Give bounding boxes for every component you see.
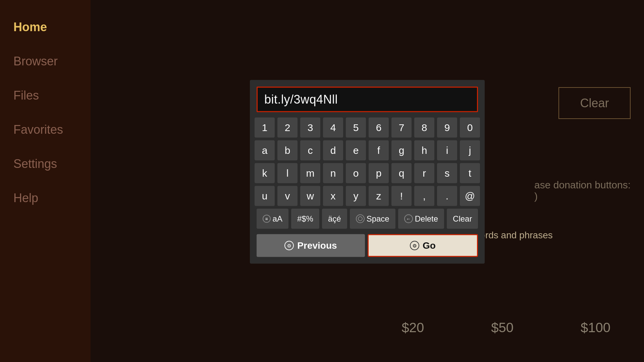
key-z[interactable]: z	[369, 186, 389, 206]
key-t[interactable]: t	[460, 163, 480, 183]
donation-amounts: $20 $50 $100	[91, 320, 644, 335]
key-j[interactable]: j	[460, 140, 480, 161]
amount-20: $20	[402, 320, 424, 335]
key-row-special: ≡ aA #$% äçé Space ← Delete Clear	[257, 209, 478, 229]
key-period[interactable]: .	[437, 186, 457, 206]
key-5[interactable]: 5	[346, 118, 366, 138]
key-s[interactable]: s	[437, 163, 457, 183]
key-comma[interactable]: ,	[414, 186, 434, 206]
key-g[interactable]: g	[391, 140, 412, 161]
key-exclaim[interactable]: !	[391, 186, 412, 206]
key-n[interactable]: n	[323, 163, 343, 183]
key-p[interactable]: p	[369, 163, 389, 183]
key-m[interactable]: m	[300, 163, 320, 183]
amount-50: $50	[491, 320, 514, 335]
key-l[interactable]: l	[277, 163, 298, 183]
key-x[interactable]: x	[323, 186, 343, 206]
sidebar-item-files[interactable]: Files	[13, 88, 77, 103]
key-v[interactable]: v	[277, 186, 298, 206]
key-7[interactable]: 7	[391, 118, 412, 138]
key-h[interactable]: h	[414, 140, 434, 161]
key-k[interactable]: k	[255, 163, 275, 183]
donation-text: ase donation buttons: )	[534, 179, 631, 202]
key-0[interactable]: 0	[460, 118, 480, 138]
key-e[interactable]: e	[346, 140, 366, 161]
previous-button[interactable]: ⊙ Previous	[257, 234, 365, 257]
key-row-numbers: 1 2 3 4 5 6 7 8 9 0	[257, 118, 478, 138]
key-c[interactable]: c	[300, 140, 320, 161]
sidebar-item-help[interactable]: Help	[13, 191, 77, 205]
sidebar-item-settings[interactable]: Settings	[13, 157, 77, 171]
clear-box: Clear	[558, 87, 631, 119]
key-w[interactable]: w	[300, 186, 320, 206]
go-icon: ⊙	[410, 241, 419, 250]
key-a[interactable]: a	[255, 140, 275, 161]
amount-100: $100	[581, 320, 610, 335]
sidebar-item-favorites[interactable]: Favorites	[13, 123, 77, 137]
key-2[interactable]: 2	[277, 118, 298, 138]
sidebar-item-browser[interactable]: Browser	[13, 54, 77, 68]
go-button[interactable]: ⊙ Go	[368, 234, 478, 257]
key-b[interactable]: b	[277, 140, 298, 161]
key-1[interactable]: 1	[255, 118, 275, 138]
key-q[interactable]: q	[391, 163, 412, 183]
clear-label: Clear	[580, 96, 609, 110]
key-8[interactable]: 8	[414, 118, 434, 138]
key-row-k-t: k l m n o p q r s t	[257, 163, 478, 183]
sidebar: Home Browser Files Favorites Settings He…	[0, 0, 91, 362]
key-o[interactable]: o	[346, 163, 366, 183]
key-row-u-at: u v w x y z ! , . @	[257, 186, 478, 206]
key-3[interactable]: 3	[300, 118, 320, 138]
key-r[interactable]: r	[414, 163, 434, 183]
key-f[interactable]: f	[369, 140, 389, 161]
keyboard: 1 2 3 4 5 6 7 8 9 0 a b c d e f g h	[257, 118, 478, 257]
key-y[interactable]: y	[346, 186, 366, 206]
key-6[interactable]: 6	[369, 118, 389, 138]
sidebar-item-home[interactable]: Home	[13, 20, 77, 34]
url-input-field[interactable]: bit.ly/3wq4Nll	[257, 87, 478, 112]
key-9[interactable]: 9	[437, 118, 457, 138]
previous-icon: ⊙	[284, 241, 294, 250]
key-u[interactable]: u	[255, 186, 275, 206]
key-row-a-j: a b c d e f g h i j	[257, 140, 478, 161]
key-4[interactable]: 4	[323, 118, 343, 138]
key-i[interactable]: i	[437, 140, 457, 161]
key-d[interactable]: d	[323, 140, 343, 161]
key-case[interactable]: ≡ aA	[257, 209, 288, 229]
key-clear[interactable]: Clear	[447, 209, 478, 229]
keyboard-dialog: bit.ly/3wq4Nll 1 2 3 4 5 6 7 8 9 0 a b c	[250, 80, 485, 264]
nav-buttons: ⊙ Previous ⊙ Go	[257, 234, 478, 257]
key-accents[interactable]: äçé	[322, 209, 347, 229]
key-symbols[interactable]: #$%	[291, 209, 319, 229]
main-content: Clear ase donation buttons: ) bit.ly/3wq…	[91, 0, 644, 362]
previous-label: Previous	[297, 240, 337, 251]
key-at[interactable]: @	[460, 186, 480, 206]
go-label: Go	[423, 240, 436, 251]
key-space[interactable]: Space	[350, 209, 395, 229]
key-delete[interactable]: ← Delete	[398, 209, 444, 229]
